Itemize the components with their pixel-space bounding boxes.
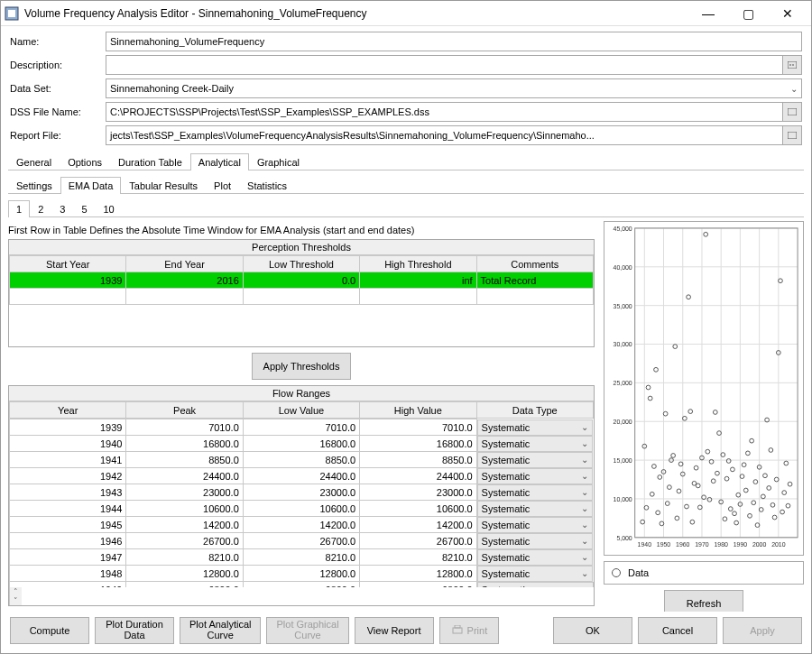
ok-button[interactable]: OK [553,617,632,644]
flowranges-cell-high[interactable]: 24400.0 [360,468,476,484]
flowranges-cell-year[interactable]: 1943 [10,484,126,501]
reportfile-field[interactable]: jects\Test\SSP_Examples\VolumeFrequencyA… [106,125,783,145]
flowranges-datatype-select[interactable]: Systematic⌄ [477,452,593,468]
description-field[interactable] [106,55,783,75]
flowranges-cell-year[interactable]: 1948 [10,566,126,582]
dssfile-browse-button[interactable] [782,102,802,122]
flowranges-datatype-select[interactable]: Systematic⌄ [477,533,593,549]
flowranges-row[interactable]: 19397010.07010.07010.0Systematic⌄ [10,419,594,436]
dataset-select[interactable]: Sinnemahoning Creek-Daily ⌄ [106,78,802,98]
flowranges-cell-high[interactable]: 10600.0 [360,501,476,517]
flowranges-cell-high[interactable]: 6800.0 [360,582,476,588]
numtab-2[interactable]: 2 [30,200,51,217]
flowranges-cell-high[interactable]: 14200.0 [360,517,476,533]
subtab-statistics[interactable]: Statistics [239,177,295,194]
subtab-ema-data[interactable]: EMA Data [60,177,122,194]
flowranges-cell-high[interactable]: 7010.0 [360,419,476,436]
close-button[interactable]: ✕ [768,1,807,26]
comments-cell[interactable]: Total Record [476,272,593,289]
flowranges-cell-peak[interactable]: 10600.0 [126,501,243,517]
flowranges-datatype-select[interactable]: Systematic⌄ [477,549,593,566]
flowranges-cell-low[interactable]: 8850.0 [243,452,359,468]
numtab-10[interactable]: 10 [96,200,123,217]
flowranges-datatype-select[interactable]: Systematic⌄ [477,501,593,517]
end-year-cell[interactable]: 2016 [126,272,243,289]
flowranges-cell-year[interactable]: 1941 [10,452,126,468]
flowranges-datatype-select[interactable]: Systematic⌄ [477,484,593,501]
minimize-button[interactable]: — [688,1,728,26]
high-threshold-cell[interactable]: inf [360,272,476,289]
flowranges-row[interactable]: 194410600.010600.010600.0Systematic⌄ [10,501,594,517]
flowranges-row[interactable]: 194626700.026700.026700.0Systematic⌄ [10,533,594,549]
flowranges-cell-low[interactable]: 24400.0 [243,468,359,484]
dssfile-field[interactable]: C:\PROJECTS\SSP\Projects\Test\SSP_Exampl… [106,102,783,122]
plot-duration-button[interactable]: Plot Duration Data [95,617,174,644]
flowranges-cell-low[interactable]: 16800.0 [243,436,359,452]
flowranges-cell-peak[interactable]: 8210.0 [126,549,243,566]
perception-row-empty[interactable] [10,289,594,305]
flowranges-cell-peak[interactable]: 26700.0 [126,533,243,549]
flowranges-datatype-select[interactable]: Systematic⌄ [477,582,594,588]
name-field[interactable]: Sinnemahoning_VolumeFrequency [106,32,802,51]
flowranges-cell-peak[interactable]: 23000.0 [126,484,243,501]
numtab-1[interactable]: 1 [8,200,30,217]
flowranges-datatype-select[interactable]: Systematic⌄ [477,517,593,533]
flowranges-cell-year[interactable]: 1939 [10,419,126,436]
flowranges-row[interactable]: 194323000.023000.023000.0Systematic⌄ [10,484,594,501]
flowranges-cell-high[interactable]: 12800.0 [360,566,476,582]
tab-analytical[interactable]: Analytical [190,153,249,170]
flowranges-row[interactable]: 194224400.024400.024400.0Systematic⌄ [10,468,594,484]
flowranges-datatype-select[interactable]: Systematic⌄ [477,468,593,484]
start-year-cell[interactable]: 1939 [10,272,126,289]
subtab-plot[interactable]: Plot [206,177,239,194]
flowranges-row[interactable]: 19418850.08850.08850.0Systematic⌄ [10,452,594,468]
numtab-3[interactable]: 3 [51,200,73,217]
flowranges-row[interactable]: 19496800.06800.06800.0Systematic⌄ [10,582,594,588]
flowranges-cell-low[interactable]: 23000.0 [243,484,359,501]
scroll-up-icon[interactable]: ˄ [14,587,18,596]
tab-options[interactable]: Options [60,153,110,170]
tab-general[interactable]: General [8,153,60,170]
flowranges-cell-low[interactable]: 10600.0 [243,501,359,517]
flowranges-cell-year[interactable]: 1949 [10,582,126,588]
low-threshold-cell[interactable]: 0.0 [243,272,359,289]
flowranges-cell-low[interactable]: 6800.0 [243,582,359,588]
view-report-button[interactable]: View Report [355,617,434,644]
tab-duration-table[interactable]: Duration Table [110,153,190,170]
flowranges-cell-high[interactable]: 23000.0 [360,484,476,501]
flowranges-cell-year[interactable]: 1940 [10,436,126,452]
flowranges-scrollbar[interactable]: ˄ ˅ [9,587,22,605]
numtab-5[interactable]: 5 [73,200,95,217]
flowranges-row[interactable]: 194016800.016800.016800.0Systematic⌄ [10,436,594,452]
subtab-settings[interactable]: Settings [8,177,60,194]
flowranges-cell-year[interactable]: 1946 [10,533,126,549]
description-browse-button[interactable] [782,55,802,75]
perception-row-selected[interactable]: 1939 2016 0.0 inf Total Record [10,272,594,289]
flowranges-cell-low[interactable]: 7010.0 [243,419,359,436]
flowranges-cell-high[interactable]: 8850.0 [360,452,476,468]
maximize-button[interactable]: ▢ [728,1,768,26]
reportfile-browse-button[interactable] [782,125,802,145]
apply-thresholds-button[interactable]: Apply Thresholds [252,353,352,380]
flowranges-cell-peak[interactable]: 24400.0 [126,468,243,484]
flowranges-cell-peak[interactable]: 12800.0 [126,566,243,582]
flowranges-cell-year[interactable]: 1944 [10,501,126,517]
flowranges-cell-high[interactable]: 16800.0 [360,436,476,452]
plot-analytical-button[interactable]: Plot Analytical Curve [180,617,261,644]
flowranges-cell-peak[interactable]: 6800.0 [126,582,243,588]
flowranges-cell-low[interactable]: 8210.0 [243,549,359,566]
flowranges-cell-peak[interactable]: 8850.0 [126,452,243,468]
flowranges-cell-high[interactable]: 26700.0 [360,533,476,549]
flowranges-datatype-select[interactable]: Systematic⌄ [477,566,593,582]
flowranges-cell-peak[interactable]: 14200.0 [126,517,243,533]
flowranges-datatype-select[interactable]: Systematic⌄ [477,436,593,452]
refresh-button[interactable]: Refresh [664,590,743,612]
flowranges-cell-low[interactable]: 12800.0 [243,566,359,582]
flowranges-cell-year[interactable]: 1942 [10,468,126,484]
flowranges-cell-low[interactable]: 26700.0 [243,533,359,549]
flowranges-cell-year[interactable]: 1947 [10,549,126,566]
flowranges-cell-high[interactable]: 8210.0 [360,549,476,566]
scroll-down-icon[interactable]: ˅ [14,596,18,605]
subtab-tabular-results[interactable]: Tabular Results [121,177,206,194]
flowranges-cell-low[interactable]: 14200.0 [243,517,359,533]
